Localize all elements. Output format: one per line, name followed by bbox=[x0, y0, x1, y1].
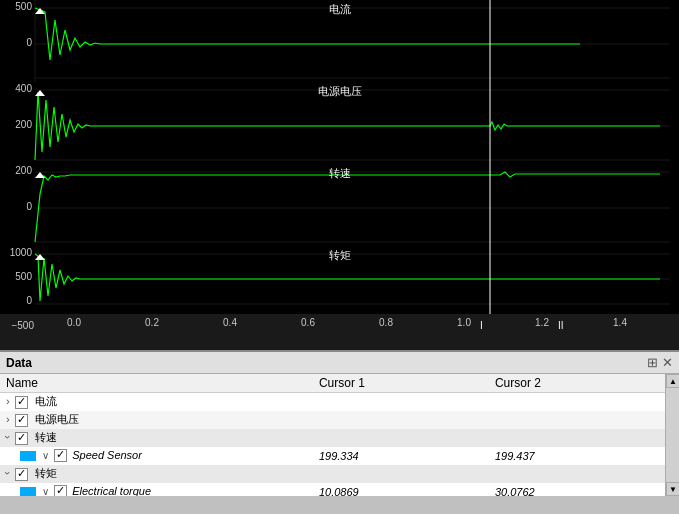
expand-arrow-voltage[interactable]: › bbox=[6, 413, 10, 425]
speed-sensor-color bbox=[20, 451, 36, 461]
scrollbar[interactable]: ▲ ▼ bbox=[665, 374, 679, 496]
elec-torque-color bbox=[20, 487, 36, 496]
speed-sensor-cursor1: 199.334 bbox=[313, 447, 489, 465]
x-label-5: 1.0 bbox=[457, 317, 471, 328]
x-label-2: 0.4 bbox=[223, 317, 237, 328]
speed-group-checkbox[interactable] bbox=[15, 432, 28, 445]
svg-marker-14 bbox=[35, 90, 45, 96]
row-torque-group: › 转矩 bbox=[0, 465, 313, 483]
row-speed-sensor-name: ∨ Speed Sensor bbox=[0, 447, 313, 465]
x-label-1: 0.2 bbox=[145, 317, 159, 328]
elec-torque-cursor1: 10.0869 bbox=[313, 483, 489, 497]
data-panel-header: Data ⊞ ✕ bbox=[0, 352, 679, 374]
chart-speed: 转速 200 0 bbox=[0, 164, 679, 246]
x-label-3: 0.6 bbox=[301, 317, 315, 328]
expand-arrow-sensor[interactable]: ∨ bbox=[42, 450, 49, 461]
table-row: › 转速 bbox=[0, 429, 665, 447]
data-table: Name Cursor 1 Cursor 2 › 电流 bbox=[0, 374, 665, 496]
row-elec-torque-name: ∨ Electrical torque bbox=[0, 483, 313, 497]
svg-text:1000: 1000 bbox=[10, 247, 33, 258]
row-voltage-cursor1 bbox=[313, 411, 489, 429]
chart-speed-title: 转速 bbox=[329, 166, 351, 181]
x-label-0: 0.0 bbox=[67, 317, 81, 328]
data-panel-title: Data bbox=[6, 356, 32, 370]
col-cursor2-header: Cursor 2 bbox=[489, 374, 665, 393]
table-row: › 电流 bbox=[0, 393, 665, 411]
chart-current-title: 电流 bbox=[329, 2, 351, 17]
chart-area: 电流 500 0 电源电压 40 bbox=[0, 0, 679, 350]
voltage-checkbox[interactable] bbox=[15, 414, 28, 427]
col-cursor1-header: Cursor 1 bbox=[313, 374, 489, 393]
row-current-cursor2 bbox=[489, 393, 665, 411]
expand-arrow[interactable]: › bbox=[6, 395, 10, 407]
table-row: ∨ Electrical torque 10.0869 30.0762 bbox=[0, 483, 665, 497]
svg-text:0: 0 bbox=[26, 295, 32, 306]
x-label-4: 0.8 bbox=[379, 317, 393, 328]
chart-voltage-title: 电源电压 bbox=[318, 84, 362, 99]
speed-sensor-cursor2: 199.437 bbox=[489, 447, 665, 465]
current-checkbox[interactable] bbox=[15, 396, 28, 409]
svg-text:400: 400 bbox=[15, 83, 32, 94]
table-row: › 电源电压 bbox=[0, 411, 665, 429]
svg-marker-21 bbox=[35, 172, 45, 178]
scroll-down-btn[interactable]: ▼ bbox=[666, 482, 679, 496]
speed-sensor-checkbox[interactable] bbox=[54, 449, 67, 462]
chart-torque-title: 转矩 bbox=[329, 248, 351, 263]
svg-text:0: 0 bbox=[26, 37, 32, 48]
row-torque-group-cursor2 bbox=[489, 465, 665, 483]
row-speed-group-cursor2 bbox=[489, 429, 665, 447]
row-speed-group: › 转速 bbox=[0, 429, 313, 447]
data-panel-actions: ⊞ ✕ bbox=[647, 355, 673, 370]
data-content: Name Cursor 1 Cursor 2 › 电流 bbox=[0, 374, 679, 496]
scroll-up-btn[interactable]: ▲ bbox=[666, 374, 679, 388]
chart-torque: 转矩 1000 500 0 0.0 0.2 0.4 0 bbox=[0, 246, 679, 331]
cursor-ii-label: II bbox=[558, 320, 564, 331]
chart-current: 电流 500 0 bbox=[0, 0, 679, 82]
expand-arrow-speed[interactable]: › bbox=[2, 435, 14, 439]
torque-group-checkbox[interactable] bbox=[15, 468, 28, 481]
expand-arrow-torque[interactable]: › bbox=[2, 471, 14, 475]
table-row: ∨ Speed Sensor 199.334 199.437 bbox=[0, 447, 665, 465]
row-current-cursor1 bbox=[313, 393, 489, 411]
row-torque-group-cursor1 bbox=[313, 465, 489, 483]
row-current-name: › 电流 bbox=[0, 393, 313, 411]
x-label-6: 1.2 bbox=[535, 317, 549, 328]
x-label-7: 1.4 bbox=[613, 317, 627, 328]
elec-torque-checkbox[interactable] bbox=[54, 485, 67, 496]
main-container: 电流 500 0 电源电压 40 bbox=[0, 0, 679, 496]
row-voltage-cursor2 bbox=[489, 411, 665, 429]
row-voltage-name: › 电源电压 bbox=[0, 411, 313, 429]
data-panel: Data ⊞ ✕ Name Cursor 1 Cursor 2 bbox=[0, 350, 679, 496]
elec-torque-cursor2: 30.0762 bbox=[489, 483, 665, 497]
expand-arrow-elec[interactable]: ∨ bbox=[42, 486, 49, 496]
close-icon[interactable]: ✕ bbox=[662, 355, 673, 370]
col-name-header: Name bbox=[0, 374, 313, 393]
table-row: › 转矩 bbox=[0, 465, 665, 483]
svg-text:500: 500 bbox=[15, 271, 32, 282]
svg-text:0: 0 bbox=[26, 201, 32, 212]
svg-text:200: 200 bbox=[15, 119, 32, 130]
chart-voltage: 电源电压 400 200 bbox=[0, 82, 679, 164]
cursor-i-label: I bbox=[480, 320, 483, 331]
pin-icon[interactable]: ⊞ bbox=[647, 355, 658, 370]
svg-text:200: 200 bbox=[15, 165, 32, 176]
svg-text:500: 500 bbox=[15, 1, 32, 12]
row-speed-group-cursor1 bbox=[313, 429, 489, 447]
table-header-row: Name Cursor 1 Cursor 2 bbox=[0, 374, 665, 393]
